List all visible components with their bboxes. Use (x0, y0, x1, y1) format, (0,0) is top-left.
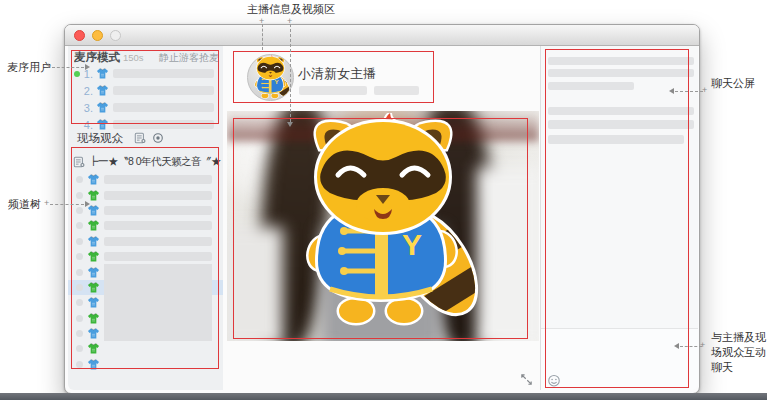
channel-tree-row[interactable] (68, 295, 223, 310)
redacted-chat-line (548, 57, 694, 65)
mic-queue-row[interactable]: 1. (68, 65, 223, 82)
channel-tree-row[interactable] (68, 264, 223, 279)
locate-icon[interactable] (152, 132, 164, 144)
mic-queue-number: 3. (80, 102, 93, 114)
video-subject-jacket (227, 227, 283, 341)
label-mic-users: 麦序用户 (7, 60, 51, 75)
redacted-chat-line (548, 82, 634, 90)
arrow-left-icon (669, 88, 674, 94)
label-channel-tree: 频道树 (8, 197, 41, 212)
label-chat-screen: 聊天公屏 (711, 76, 755, 91)
chat-input-area[interactable] (541, 328, 698, 390)
channel-tree-row[interactable] (68, 172, 223, 187)
streamer-name: 小清新女主播 (298, 65, 376, 83)
user-shirt-icon (87, 358, 100, 371)
channel-tree-list (68, 172, 223, 390)
channel-tree-header[interactable]: ┣一★〝8 0年代天籁之音〞★ (68, 153, 223, 170)
leader-line-mic-users (52, 67, 84, 68)
mic-mode-status: 静止游客抢麦 (159, 51, 219, 65)
redacted-name-bar (104, 295, 212, 310)
user-shirt-icon (87, 296, 100, 309)
label-interact-chat: 与主播及现场观众互动聊天 (711, 330, 767, 375)
channel-tree-row[interactable] (68, 326, 223, 341)
redacted-name-bar (104, 175, 212, 184)
presence-bullet (76, 238, 83, 245)
user-shirt-icon (87, 312, 100, 325)
channel-tree-row[interactable] (68, 311, 223, 326)
channel-tree-row[interactable] (68, 341, 223, 356)
presence-bullet (76, 207, 83, 214)
audience-bar: 现场观众 (68, 127, 223, 149)
mic-queue-list: 1. 2. 3. 4. (68, 65, 223, 133)
user-shirt-icon (96, 101, 109, 114)
channel-tree-row[interactable] (68, 234, 223, 249)
arrow-right-icon (85, 64, 90, 70)
leader-tick: + (700, 340, 705, 350)
channel-tree-row[interactable] (68, 280, 223, 295)
leader-tick: + (44, 198, 49, 208)
resize-video-icon[interactable] (519, 372, 534, 387)
presence-bullet (76, 345, 83, 352)
streamer-avatar (247, 54, 294, 101)
redacted-name-bar (104, 280, 212, 295)
left-panel: 麦序模式 150s 静止游客抢麦 1. 2. 3. 4. 现场观众 (68, 46, 224, 390)
channel-tree-row[interactable] (68, 249, 223, 264)
arrow-right-icon (85, 201, 90, 207)
public-chat-screen[interactable] (541, 46, 698, 327)
channel-node-icon (73, 156, 85, 168)
screenshot-root: 麦序模式 150s 静止游客抢麦 1. 2. 3. 4. 现场观众 (0, 0, 767, 400)
leader-line-interact-chat (680, 346, 702, 347)
leader-line-channel-tree (50, 204, 84, 205)
redacted-name-bar (104, 206, 212, 215)
user-shirt-icon (87, 342, 100, 355)
presence-bullet (76, 176, 83, 183)
minimize-button[interactable] (92, 30, 103, 41)
leader-line-video (290, 24, 291, 122)
mic-mode-label: 麦序模式 (74, 50, 120, 65)
user-shirt-icon (87, 173, 100, 186)
mic-queue-number: 2. (80, 85, 93, 97)
leader-tick: + (46, 61, 51, 71)
center-panel: 小清新女主播 (223, 46, 541, 390)
emoticon-icon[interactable] (547, 374, 561, 388)
mic-mode-time: 150s (123, 52, 144, 63)
channel-name: ┣一★〝8 0年代天籁之音〞★ (88, 155, 221, 169)
channel-tree-row[interactable] (68, 357, 223, 372)
presence-bullet (76, 361, 83, 368)
label-streamer-area: 主播信息及视频区 (247, 2, 335, 17)
redacted-name-bar (104, 311, 212, 326)
titlebar[interactable] (65, 25, 699, 46)
user-shirt-icon (87, 219, 100, 232)
user-shirt-icon (87, 266, 100, 279)
user-shirt-icon (96, 67, 109, 80)
channel-tree-row[interactable] (68, 203, 223, 218)
redacted-name-bar (104, 264, 212, 279)
mic-mode-header: 麦序模式 150s 静止游客抢麦 (74, 50, 219, 65)
channel-tree-row[interactable] (68, 187, 223, 202)
redacted-name-bar (113, 103, 214, 112)
user-shirt-icon (87, 327, 100, 340)
desktop-dock-strip (0, 393, 767, 400)
redacted-chat-line (548, 69, 694, 77)
member-list-icon[interactable] (134, 132, 146, 144)
channel-tree-row[interactable] (68, 218, 223, 233)
redacted-chat-line (548, 107, 694, 115)
presence-bullet (76, 253, 83, 260)
user-shirt-icon (96, 84, 109, 97)
presence-bullet (76, 269, 83, 276)
presence-bullet (76, 192, 83, 199)
presence-bullet (76, 315, 83, 322)
zoom-button[interactable] (110, 30, 121, 41)
mic-queue-row[interactable]: 2. (68, 82, 223, 99)
streamer-info-chip (374, 86, 419, 95)
redacted-name-bar (113, 86, 214, 95)
leader-tick: + (702, 85, 707, 95)
app-window: 麦序模式 150s 静止游客抢麦 1. 2. 3. 4. 现场观众 (64, 24, 700, 394)
close-button[interactable] (74, 30, 85, 41)
right-panel (540, 46, 698, 390)
user-shirt-icon (87, 189, 100, 202)
mic-queue-row[interactable]: 3. (68, 99, 223, 116)
presence-bullet (76, 299, 83, 306)
redacted-chat-line (548, 135, 684, 144)
arrow-left-icon (674, 343, 679, 349)
